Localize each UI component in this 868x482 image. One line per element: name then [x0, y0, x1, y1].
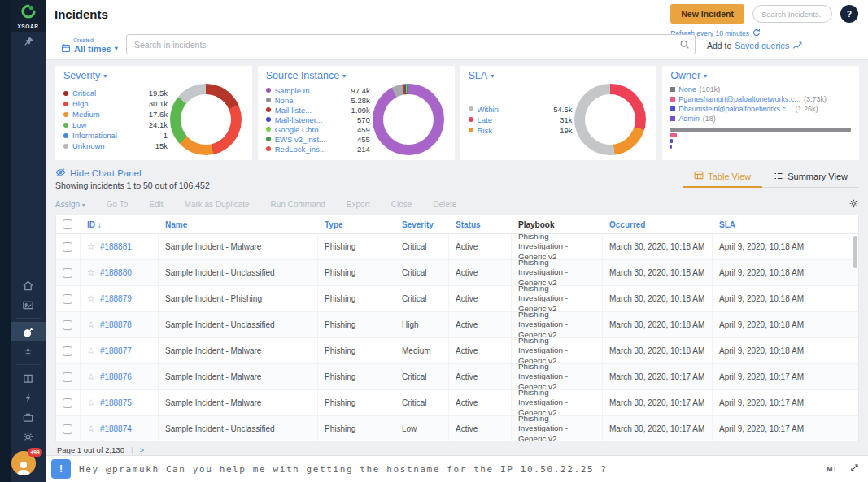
- incident-search-input[interactable]: [126, 34, 696, 54]
- incident-row[interactable]: ☆#188874Sample Incident - UnclassifiedPh…: [56, 416, 858, 442]
- row-checkbox[interactable]: [63, 242, 72, 252]
- legend-item[interactable]: RedLock_ins...214: [266, 145, 370, 154]
- command-mode-button[interactable]: !: [51, 459, 71, 479]
- legend-item[interactable]: None(101k): [670, 85, 720, 93]
- pin-icon[interactable]: [11, 32, 46, 51]
- owner-bar[interactable]: [670, 133, 677, 137]
- owner-chart-title[interactable]: Owner▾: [670, 70, 851, 81]
- incidents-icon[interactable]: [11, 322, 46, 341]
- xsoar-logo[interactable]: XSOAR: [11, 0, 46, 32]
- incident-id-link[interactable]: #188875: [100, 398, 132, 407]
- action-edit[interactable]: Edit: [149, 200, 163, 209]
- legend-item[interactable]: Dbaumstein@paloaltonetworks.c...(1.26k): [670, 105, 818, 113]
- source-instance-chart-title[interactable]: Source Instance▾: [266, 70, 447, 81]
- time-range-dropdown[interactable]: Created All times ▾: [61, 37, 118, 54]
- tab-table-view[interactable]: Table View: [683, 167, 762, 188]
- refresh-icon[interactable]: [752, 28, 761, 38]
- star-icon[interactable]: ☆: [87, 397, 95, 408]
- next-page-button[interactable]: >: [139, 445, 144, 454]
- incident-id-link[interactable]: #188877: [100, 346, 132, 355]
- row-checkbox[interactable]: [63, 424, 72, 434]
- row-checkbox[interactable]: [63, 372, 72, 382]
- incident-row[interactable]: ☆#188875Sample Incident - MalwarePhishin…: [56, 390, 858, 416]
- expand-icon[interactable]: [849, 462, 860, 476]
- action-export[interactable]: Export: [347, 200, 370, 209]
- legend-item[interactable]: Unknown15k: [63, 141, 168, 150]
- table-scrollbar[interactable]: [853, 236, 857, 268]
- column-header-status[interactable]: Status: [449, 220, 512, 229]
- action-delete[interactable]: Delete: [433, 200, 456, 209]
- star-icon[interactable]: ☆: [87, 319, 95, 330]
- sla-donut-chart[interactable]: [574, 84, 646, 155]
- row-checkbox[interactable]: [63, 346, 72, 356]
- column-header-type[interactable]: Type: [318, 220, 395, 229]
- new-incident-button[interactable]: New Incident: [670, 4, 744, 24]
- legend-item[interactable]: Mail-listener...570: [266, 115, 370, 124]
- incident-id-link[interactable]: #188881: [100, 242, 132, 251]
- select-all-checkbox[interactable]: [63, 219, 72, 229]
- legend-item[interactable]: None5.28k: [266, 96, 370, 105]
- table-settings-gear-icon[interactable]: [848, 198, 859, 211]
- star-icon[interactable]: ☆: [87, 293, 95, 304]
- column-header-severity[interactable]: Severity: [395, 220, 449, 229]
- chat-message-input[interactable]: [79, 464, 818, 475]
- incident-id-link[interactable]: #188876: [100, 372, 132, 381]
- threat-intel-icon[interactable]: [11, 341, 46, 361]
- incident-row[interactable]: ☆#188879Sample Incident - PhishingPhishi…: [56, 286, 858, 312]
- incident-id-link[interactable]: #188874: [100, 424, 132, 433]
- severity-donut-chart[interactable]: [170, 84, 242, 155]
- column-header-id[interactable]: ID ↓: [81, 220, 159, 229]
- owner-bar[interactable]: [670, 145, 671, 149]
- legend-item[interactable]: Informational1: [63, 131, 168, 140]
- severity-chart-title[interactable]: Severity▾: [63, 70, 244, 81]
- legend-item[interactable]: Medium17.6k: [63, 110, 168, 119]
- legend-item[interactable]: Google Chro...459: [266, 125, 370, 134]
- dashboards-icon[interactable]: [11, 295, 46, 315]
- legend-item[interactable]: High30.1k: [63, 99, 168, 108]
- star-icon[interactable]: ☆: [87, 345, 95, 356]
- tab-summary-view[interactable]: Summary View: [762, 167, 859, 187]
- legend-item[interactable]: Sample In...97.4k: [266, 86, 370, 95]
- help-button[interactable]: ?: [840, 5, 858, 23]
- row-checkbox[interactable]: [63, 268, 72, 278]
- incident-row[interactable]: ☆#188876Sample Incident - MalwarePhishin…: [56, 364, 858, 390]
- star-icon[interactable]: ☆: [87, 423, 95, 434]
- action-go-to[interactable]: Go To: [107, 200, 129, 209]
- row-checkbox[interactable]: [63, 320, 72, 330]
- incident-row[interactable]: ☆#188878Sample Incident - UnclassifiedPh…: [56, 312, 858, 338]
- owner-bar[interactable]: [670, 128, 851, 132]
- legend-item[interactable]: Within54.5k: [469, 105, 573, 114]
- chart-line-icon[interactable]: [792, 40, 803, 51]
- incident-id-link[interactable]: #188879: [100, 294, 132, 303]
- hide-chart-panel-link[interactable]: Hide Chart Panel: [55, 167, 210, 179]
- row-checkbox[interactable]: [63, 294, 72, 304]
- star-icon[interactable]: ☆: [87, 267, 95, 278]
- legend-item[interactable]: EWS v2_inst...455: [266, 135, 370, 144]
- action-run-command[interactable]: Run Command: [271, 200, 325, 209]
- assign-dropdown[interactable]: Assign ▾: [55, 200, 85, 209]
- action-mark-as-duplicate[interactable]: Mark as Duplicate: [185, 200, 250, 209]
- settings-gear-icon[interactable]: [11, 427, 46, 446]
- legend-item[interactable]: Mail-liste...1.09k: [266, 106, 370, 115]
- search-icon[interactable]: [679, 38, 690, 53]
- incident-id-link[interactable]: #188880: [100, 268, 132, 277]
- incident-row[interactable]: ☆#188880Sample Incident - UnclassifiedPh…: [56, 260, 858, 286]
- source-instance-donut-chart[interactable]: [373, 84, 444, 155]
- legend-item[interactable]: Risk19k: [469, 126, 573, 135]
- incident-row[interactable]: ☆#188877Sample Incident - MalwarePhishin…: [56, 338, 858, 364]
- legend-item[interactable]: Pganeshamurt@paloaltonetworks.c...(3.73k…: [670, 95, 827, 103]
- automation-icon[interactable]: [11, 388, 46, 407]
- legend-item[interactable]: Low24.1k: [63, 120, 168, 129]
- playbooks-icon[interactable]: [11, 368, 46, 388]
- owner-bar[interactable]: [670, 139, 673, 143]
- star-icon[interactable]: ☆: [87, 241, 95, 252]
- star-icon[interactable]: ☆: [87, 371, 95, 382]
- row-checkbox[interactable]: [63, 398, 72, 408]
- global-search-input[interactable]: [752, 5, 832, 23]
- owner-bar-chart[interactable]: [670, 128, 851, 150]
- sla-chart-title[interactable]: SLA▾: [469, 70, 649, 81]
- legend-item[interactable]: Admin(18): [670, 115, 716, 123]
- column-header-name[interactable]: Name: [159, 220, 318, 229]
- legend-item[interactable]: Critical19.5k: [63, 89, 168, 98]
- incident-id-link[interactable]: #188878: [100, 320, 132, 329]
